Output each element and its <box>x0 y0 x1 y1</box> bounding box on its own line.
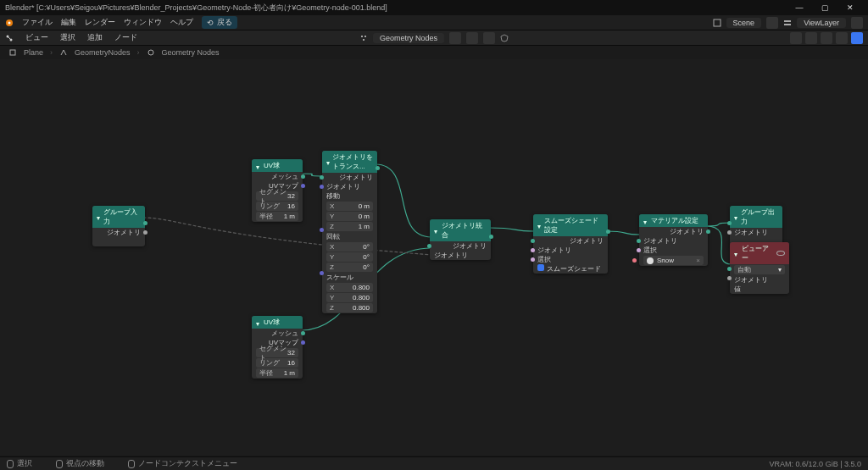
viewlayer-selector[interactable]: ViewLayer <box>797 18 846 28</box>
field-domain[interactable]: 自動▾ <box>734 265 785 274</box>
socket-out-geometry[interactable] <box>376 166 380 170</box>
field-segments[interactable]: セグメント32 <box>256 348 298 357</box>
socket-out-mesh[interactable] <box>301 174 305 179</box>
breadcrumb-nodetree[interactable]: Geometry Nodes <box>162 48 220 57</box>
eye-icon[interactable] <box>776 251 785 256</box>
node-uv-sphere-2[interactable]: ▾UV球 メッシュ UVマップ セグメント32 リング16 半径1 m <box>252 316 303 379</box>
socket-in-geometry[interactable] <box>531 239 535 243</box>
socket-in-selection[interactable] <box>531 248 535 252</box>
field-sy[interactable]: Y0.800 <box>326 293 373 302</box>
status-hint: 視点の移動 <box>66 458 104 469</box>
node-set-material[interactable]: ▾マテリアル設定 ジオメトリ ジオメトリ 選択 Snow × <box>639 214 708 266</box>
clear-icon[interactable]: × <box>696 257 700 264</box>
socket-out-geometry[interactable] <box>706 229 710 234</box>
field-material[interactable]: Snow × <box>643 256 704 265</box>
overlay-btn-4[interactable] <box>836 32 848 44</box>
node-canvas[interactable]: ▾グループ入力 ジオメトリ ▾UV球 メッシュ UVマップ セグメント32 リン… <box>0 59 868 455</box>
field-ry[interactable]: Y0° <box>326 252 373 262</box>
menu-view[interactable]: ビュー <box>25 32 48 43</box>
maximize-button[interactable]: ▢ <box>812 0 837 15</box>
socket-out-geometry[interactable] <box>143 221 147 225</box>
node-header[interactable]: ▾グループ出力 <box>730 206 782 228</box>
editor-header: ビュー 選択 追加 ノード Geometry Nodes <box>0 30 868 46</box>
field-radius[interactable]: 半径1 m <box>256 212 298 221</box>
overlay-btn-5[interactable] <box>851 32 863 44</box>
socket-in-value[interactable] <box>727 276 732 280</box>
node-header[interactable]: ▾グループ入力 <box>92 206 145 228</box>
field-rings[interactable]: リング16 <box>256 358 298 368</box>
node-header[interactable]: ▾ジオメトリをトランス... <box>322 151 377 173</box>
scene-browse-button[interactable] <box>766 17 778 29</box>
fake-user-button[interactable] <box>466 32 478 44</box>
menu-node[interactable]: ノード <box>114 32 137 43</box>
field-tx[interactable]: X0 m <box>326 202 373 211</box>
node-header[interactable]: ▾UV球 <box>252 316 303 329</box>
menu-render[interactable]: レンダー <box>85 17 115 28</box>
nodetree-selector[interactable]: Geometry Nodes <box>373 33 444 43</box>
socket-in-geometry[interactable] <box>427 244 431 248</box>
shield-icon[interactable] <box>500 34 509 42</box>
socket-in-scale[interactable] <box>320 271 324 275</box>
menu-file[interactable]: ファイル <box>22 17 53 28</box>
socket-out-uv[interactable] <box>301 340 305 345</box>
menu-window[interactable]: ウィンドウ <box>124 17 162 28</box>
overlay-btn-3[interactable] <box>821 32 832 44</box>
field-rz[interactable]: Z0° <box>326 263 373 272</box>
socket-out-blank[interactable] <box>143 230 147 235</box>
node-header[interactable]: ▾スムーズシェード設定 <box>533 214 608 236</box>
socket-in-geometry[interactable] <box>320 175 324 180</box>
breadcrumb-object[interactable]: Plane <box>24 48 43 57</box>
socket-in-blank[interactable] <box>727 230 732 235</box>
node-header[interactable]: ▾ジオメトリ統合 <box>430 219 491 241</box>
status-hint: 選択 <box>17 458 32 469</box>
node-header[interactable]: ▾マテリアル設定 <box>639 214 708 227</box>
menu-add[interactable]: 追加 <box>87 32 103 43</box>
node-set-shade-smooth[interactable]: ▾スムーズシェード設定 ジオメトリ ジオメトリ 選択 スムーズシェード <box>533 214 608 274</box>
socket-in-geometry[interactable] <box>727 267 732 271</box>
field-segments[interactable]: セグメント32 <box>256 191 298 201</box>
field-sx[interactable]: X0.800 <box>326 283 373 292</box>
node-uv-sphere-1[interactable]: ▾UV球 メッシュ UVマップ セグメント32 リング16 半径1 m <box>252 159 303 222</box>
menu-select[interactable]: 選択 <box>60 32 75 43</box>
close-button[interactable]: ✕ <box>837 0 863 15</box>
socket-out-uv[interactable] <box>301 184 305 188</box>
minimize-button[interactable]: — <box>787 0 812 15</box>
field-sz[interactable]: Z0.800 <box>326 303 373 312</box>
overlay-btn-2[interactable] <box>805 32 817 44</box>
field-radius[interactable]: 半径1 m <box>256 368 298 378</box>
node-group-output[interactable]: ▾グループ出力 ジオメトリ <box>730 206 782 246</box>
socket-out-mesh[interactable] <box>301 331 305 335</box>
checkbox-checked-icon[interactable] <box>537 264 544 271</box>
go-back-button[interactable]: ⟲ 戻る <box>202 16 237 29</box>
node-header[interactable]: ▾UV球 <box>252 159 303 172</box>
unlink-button[interactable] <box>483 32 495 44</box>
field-rings[interactable]: リング16 <box>256 202 298 211</box>
node-join-geometry[interactable]: ▾ジオメトリ統合 ジオメトリ ジオメトリ <box>430 219 491 260</box>
breadcrumb-modifier[interactable]: GeometryNodes <box>75 48 131 57</box>
viewlayer-browse-button[interactable] <box>851 17 863 29</box>
socket-in-geometry[interactable] <box>637 239 641 243</box>
field-ty[interactable]: Y0 m <box>326 212 373 221</box>
socket-in-geometry[interactable] <box>727 221 732 225</box>
menu-edit[interactable]: 編集 <box>61 17 76 28</box>
socket-in-material[interactable] <box>632 258 637 263</box>
overlay-btn-1[interactable] <box>790 32 802 44</box>
field-rx[interactable]: X0° <box>326 242 373 252</box>
socket-in-rotate[interactable] <box>320 228 324 232</box>
pin-button[interactable] <box>449 32 461 44</box>
node-group-input[interactable]: ▾グループ入力 ジオメトリ <box>92 206 145 246</box>
node-transform-geometry[interactable]: ▾ジオメトリをトランス... ジオメトリ ジオメトリ 移動 X0 m Y0 m … <box>322 151 377 313</box>
socket-out-geometry[interactable] <box>606 229 610 234</box>
socket-in-selection[interactable] <box>637 248 641 252</box>
socket-in-shade-smooth[interactable] <box>531 257 535 262</box>
field-tz[interactable]: Z1 m <box>326 222 373 231</box>
socket-out-geometry[interactable] <box>489 235 493 239</box>
material-name: Snow <box>657 257 674 264</box>
node-header[interactable]: ▾ビューアー <box>730 242 789 264</box>
scene-selector[interactable]: Scene <box>726 18 762 28</box>
go-back-label: 戻る <box>217 17 232 28</box>
socket-in-translate[interactable] <box>320 185 324 189</box>
editor-type-icon[interactable] <box>5 34 14 42</box>
menu-help[interactable]: ヘルプ <box>170 17 193 28</box>
node-viewer[interactable]: ▾ビューアー 自動▾ ジオメトリ 値 <box>730 242 789 294</box>
